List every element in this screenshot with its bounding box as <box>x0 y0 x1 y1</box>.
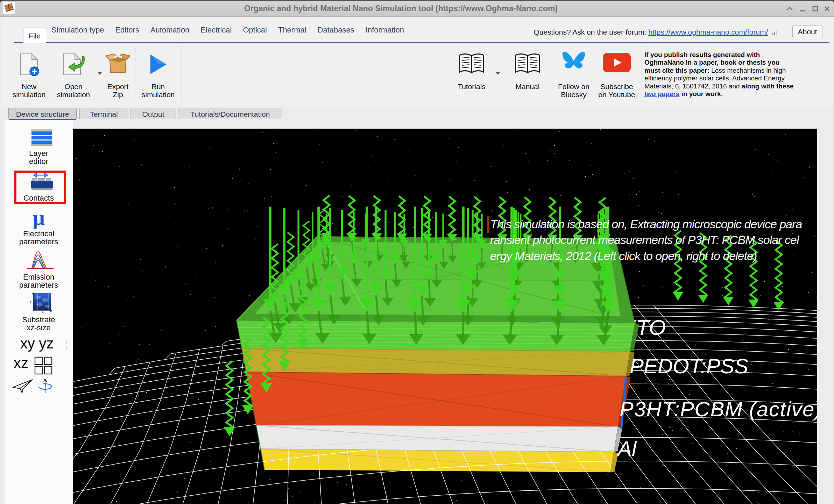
svg-text:This simulation is based on, E: This simulation is based on, Extracting … <box>490 217 802 231</box>
svg-text:Al: Al <box>617 437 637 460</box>
svg-text:ergy Materials, 2012 (Left cli: ergy Materials, 2012 (Left click to open… <box>490 249 757 262</box>
svg-text:x: x <box>29 300 31 304</box>
svg-text:PEDOT:PSS: PEDOT:PSS <box>630 354 748 378</box>
svg-text:ransient photocurrent measurem: ransient photocurrent measurements of P3… <box>490 233 800 246</box>
svg-text:P3HT:PCBM (active): P3HT:PCBM (active) <box>620 397 817 421</box>
svg-text:z: z <box>42 309 44 313</box>
